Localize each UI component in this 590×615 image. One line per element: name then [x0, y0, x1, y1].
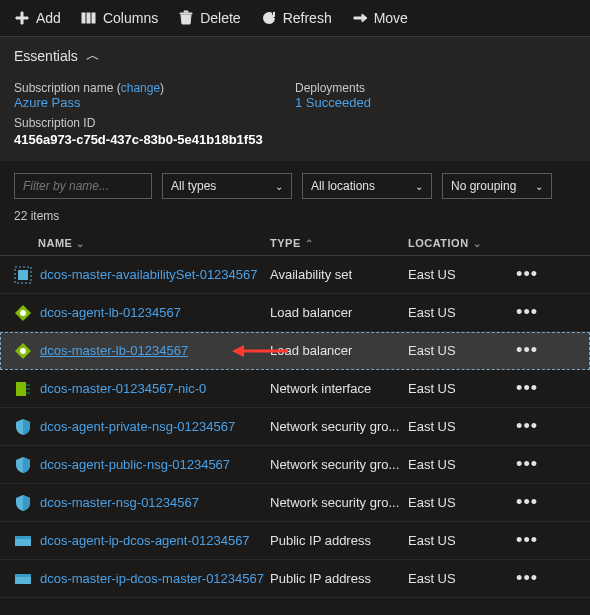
- svg-rect-4: [18, 270, 28, 280]
- resource-location: East US: [408, 343, 456, 358]
- resource-location: East US: [408, 267, 456, 282]
- delete-button[interactable]: Delete: [178, 10, 240, 26]
- sort-asc-icon: ⌃: [305, 238, 314, 249]
- add-button[interactable]: Add: [14, 10, 61, 26]
- toolbar: Add Columns Delete Refresh Move: [0, 0, 590, 36]
- resource-icon-availset: [14, 266, 32, 284]
- table-row[interactable]: dcos-master-01234567-nic-0Network interf…: [0, 370, 590, 408]
- row-actions-button[interactable]: •••: [508, 416, 538, 437]
- resource-type: Public IP address: [270, 571, 371, 586]
- resource-name-link[interactable]: dcos-agent-lb-01234567: [40, 305, 181, 320]
- filter-types-dropdown[interactable]: All types⌄: [162, 173, 292, 199]
- move-button[interactable]: Move: [352, 10, 408, 26]
- table-header: NAME⌄ TYPE⌃ LOCATION⌄: [0, 231, 590, 256]
- resource-location: East US: [408, 533, 456, 548]
- subscription-name-label: Subscription name (change): [14, 81, 295, 95]
- arrow-right-icon: [352, 10, 368, 26]
- filter-bar: All types⌄ All locations⌄ No grouping⌄: [0, 161, 590, 203]
- resource-name-link[interactable]: dcos-agent-public-nsg-01234567: [40, 457, 230, 472]
- resource-icon-pip: [14, 570, 32, 588]
- svg-rect-16: [15, 536, 31, 539]
- refresh-label: Refresh: [283, 10, 332, 26]
- row-actions-button[interactable]: •••: [508, 302, 538, 323]
- svg-rect-1: [87, 13, 90, 23]
- svg-rect-0: [82, 13, 85, 23]
- table-row[interactable]: dcos-master-ip-dcos-master-01234567Publi…: [0, 560, 590, 598]
- resource-name-link[interactable]: dcos-master-availabilitySet-01234567: [40, 267, 258, 282]
- svg-rect-18: [15, 574, 31, 577]
- resource-icon-lb: [14, 342, 32, 360]
- resource-location: East US: [408, 495, 456, 510]
- resource-type: Network security gro...: [270, 457, 399, 472]
- row-actions-button[interactable]: •••: [508, 568, 538, 589]
- subscription-name-value[interactable]: Azure Pass: [14, 95, 295, 110]
- svg-point-6: [20, 310, 26, 316]
- row-actions-button[interactable]: •••: [508, 264, 538, 285]
- resource-icon-lb: [14, 304, 32, 322]
- resource-type: Availability set: [270, 267, 352, 282]
- resource-list: dcos-master-availabilitySet-01234567Avai…: [0, 256, 590, 598]
- row-actions-button[interactable]: •••: [508, 530, 538, 551]
- resource-name-link[interactable]: dcos-master-ip-dcos-master-01234567: [40, 571, 264, 586]
- resource-type: Public IP address: [270, 533, 371, 548]
- resource-type: Load balancer: [270, 305, 352, 320]
- resource-name-link[interactable]: dcos-master-lb-01234567: [40, 343, 188, 358]
- columns-icon: [81, 10, 97, 26]
- delete-label: Delete: [200, 10, 240, 26]
- resource-name-link[interactable]: dcos-master-01234567-nic-0: [40, 381, 206, 396]
- change-subscription-link[interactable]: change: [121, 81, 160, 95]
- refresh-button[interactable]: Refresh: [261, 10, 332, 26]
- move-label: Move: [374, 10, 408, 26]
- resource-type: Network security gro...: [270, 495, 399, 510]
- resource-location: East US: [408, 419, 456, 434]
- essentials-toggle[interactable]: Essentials ︿: [14, 47, 576, 65]
- deployments-value[interactable]: 1 Succeeded: [295, 95, 576, 110]
- resource-name-link[interactable]: dcos-agent-private-nsg-01234567: [40, 419, 235, 434]
- chevron-down-icon: ⌄: [415, 181, 423, 192]
- filter-locations-dropdown[interactable]: All locations⌄: [302, 173, 432, 199]
- resource-name-link[interactable]: dcos-master-nsg-01234567: [40, 495, 199, 510]
- resource-icon-nsg: [14, 456, 32, 474]
- resource-location: East US: [408, 381, 456, 396]
- row-actions-button[interactable]: •••: [508, 378, 538, 399]
- row-actions-button[interactable]: •••: [508, 340, 538, 361]
- svg-rect-2: [92, 13, 95, 23]
- svg-rect-14: [26, 392, 30, 394]
- columns-button[interactable]: Columns: [81, 10, 158, 26]
- resource-icon-nsg: [14, 418, 32, 436]
- column-header-location[interactable]: LOCATION⌄: [408, 237, 508, 249]
- deployments-label: Deployments: [295, 81, 576, 95]
- plus-icon: [14, 10, 30, 26]
- table-row[interactable]: dcos-master-nsg-01234567Network security…: [0, 484, 590, 522]
- svg-rect-13: [26, 388, 30, 390]
- table-row[interactable]: dcos-master-availabilitySet-01234567Avai…: [0, 256, 590, 294]
- add-label: Add: [36, 10, 61, 26]
- table-row[interactable]: dcos-agent-private-nsg-01234567Network s…: [0, 408, 590, 446]
- resource-location: East US: [408, 305, 456, 320]
- svg-rect-12: [26, 384, 30, 386]
- sort-icon: ⌄: [473, 238, 482, 249]
- columns-label: Columns: [103, 10, 158, 26]
- resource-name-link[interactable]: dcos-agent-ip-dcos-agent-01234567: [40, 533, 250, 548]
- row-actions-button[interactable]: •••: [508, 492, 538, 513]
- table-row[interactable]: dcos-agent-public-nsg-01234567Network se…: [0, 446, 590, 484]
- subscription-id-value: 4156a973-c75d-437c-83b0-5e41b18b1f53: [14, 132, 295, 147]
- resource-location: East US: [408, 571, 456, 586]
- item-count: 22 items: [0, 203, 590, 231]
- filter-grouping-dropdown[interactable]: No grouping⌄: [442, 173, 552, 199]
- filter-name-input[interactable]: [14, 173, 152, 199]
- chevron-down-icon: ⌄: [275, 181, 283, 192]
- column-header-name[interactable]: NAME⌄: [14, 237, 270, 249]
- column-header-type[interactable]: TYPE⌃: [270, 237, 408, 249]
- table-row[interactable]: dcos-master-lb-01234567Load balancerEast…: [0, 332, 590, 370]
- trash-icon: [178, 10, 194, 26]
- essentials-title: Essentials: [14, 48, 78, 64]
- table-row[interactable]: dcos-agent-lb-01234567Load balancerEast …: [0, 294, 590, 332]
- essentials-panel: Essentials ︿ Subscription name (change) …: [0, 36, 590, 161]
- resource-icon-pip: [14, 532, 32, 550]
- chevron-down-icon: ⌄: [535, 181, 543, 192]
- row-actions-button[interactable]: •••: [508, 454, 538, 475]
- resource-type: Network interface: [270, 381, 371, 396]
- resource-type: Load balancer: [270, 343, 352, 358]
- table-row[interactable]: dcos-agent-ip-dcos-agent-01234567Public …: [0, 522, 590, 560]
